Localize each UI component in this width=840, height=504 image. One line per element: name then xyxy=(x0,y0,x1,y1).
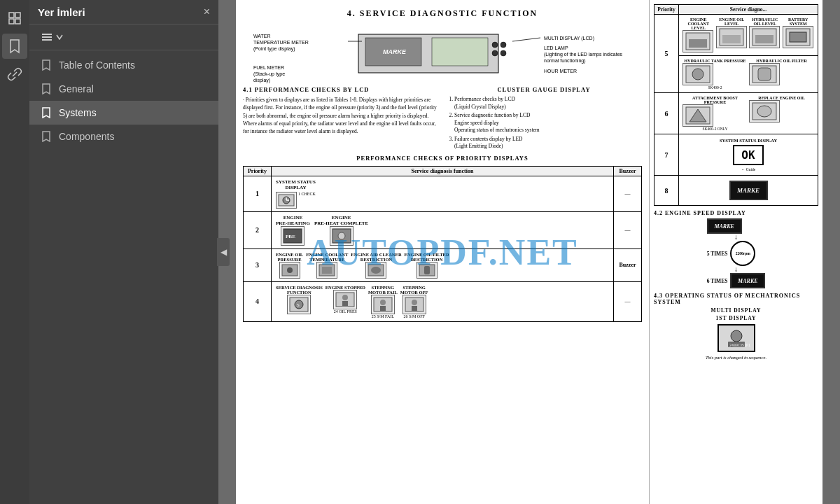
svg-rect-3 xyxy=(15,19,20,24)
bookmark-icon-systems xyxy=(41,106,52,119)
service-icons-cell: ATTACHMENT BOOST PRESSURE SK400-2 ONLY R… xyxy=(679,93,818,134)
priority-num: 1 xyxy=(244,176,272,211)
marke-bottom-icon: MARKE xyxy=(730,273,765,288)
buzzer-cell: — xyxy=(614,211,642,248)
ok-display: OK xyxy=(733,145,763,165)
multi-display-label: MULTI DISPLAY xyxy=(654,307,818,314)
priority-num: 5 xyxy=(654,15,679,93)
priority-num: 2 xyxy=(244,211,272,248)
arrow-down-2: ↓ xyxy=(707,266,766,273)
cluster-list: Performance checks by LCD(Liquid Crystal… xyxy=(446,96,642,150)
pdf-section-heading: 4. SERVICE DIAGNOSTIC FUNCTION xyxy=(236,8,649,19)
first-display-label: 1ST DISPLAY xyxy=(654,315,818,321)
sidebar-item-components[interactable]: Components xyxy=(29,125,218,148)
service-icons-cell: SYSTEM STATUS DISPLAY OK ← Guide xyxy=(679,134,818,176)
sequence-note: This part is changed in sequence. xyxy=(654,355,818,360)
svg-rect-2 xyxy=(9,19,14,24)
service-icons-cell: HYDRAULIC TANK PRESSURE SK400-2 HYDRAULI… xyxy=(679,56,818,93)
sidebar-label-systems: Systems xyxy=(59,107,97,118)
svg-rect-6 xyxy=(42,39,52,41)
sidebar-close-button[interactable]: × xyxy=(204,6,210,18)
hydraulic-tank-icon xyxy=(682,63,713,85)
bookmark-icon-components xyxy=(41,130,52,143)
toolbar-pages-icon[interactable] xyxy=(2,6,27,31)
sidebar-panel: Yer İmleri × Table of Contents xyxy=(29,0,218,504)
battery-icon xyxy=(783,26,813,48)
svg-text:FUEL METER: FUEL METER xyxy=(253,65,284,70)
oil-level-icon xyxy=(716,26,747,48)
first-display-container: 2480C351F1 xyxy=(654,324,818,352)
svg-rect-39 xyxy=(322,267,332,274)
sidebar-item-table-of-contents[interactable]: Table of Contents xyxy=(29,53,218,77)
svg-rect-67 xyxy=(758,68,771,80)
engine-oil-filter-icon xyxy=(416,262,438,279)
svg-text:(Lighting of the LED lamps ind: (Lighting of the LED lamps indicates xyxy=(544,52,623,57)
pdf-left-page: AUTOPDF.NET 4. SERVICE DIAGNOSTIC FUNCTI… xyxy=(236,0,649,504)
coolant-level-icon xyxy=(682,30,713,52)
svg-text:display): display) xyxy=(253,78,270,83)
left-column: 4.1 PERFORMANCE CHECKS BY LCD · Prioriti… xyxy=(243,86,439,152)
sidebar-toolbar-menu[interactable] xyxy=(36,29,67,46)
first-display-icon: 2480C351F1 xyxy=(718,324,755,352)
priority-num: 7 xyxy=(654,134,679,176)
svg-point-51 xyxy=(380,300,386,305)
svg-rect-10 xyxy=(432,38,488,66)
svg-text:LED LAMP: LED LAMP xyxy=(544,46,568,50)
svg-rect-57 xyxy=(689,39,707,48)
engine-air-cleaner-icon xyxy=(365,262,386,279)
bookmark-icon-toc xyxy=(41,59,52,71)
svg-point-71 xyxy=(757,106,771,117)
engine-stopped-icon xyxy=(333,290,357,309)
buzzer-cell: Buzzer xyxy=(614,248,642,281)
svg-rect-55 xyxy=(412,306,417,311)
service-diag-icon: S xyxy=(287,295,311,314)
section-42-title: 4.2 ENGINE SPEED DISPLAY xyxy=(654,210,818,216)
sidebar-label-general: General xyxy=(59,83,94,94)
table-row: 2 ENGINEPRE-HEATING PRE xyxy=(244,211,642,248)
priority-num: 4 xyxy=(244,281,272,321)
svg-text:TEMPERATURE METER: TEMPERATURE METER xyxy=(253,40,309,45)
priority-section-title: PERFORMANCE CHECKS OF PRIORITY DISPLAYS xyxy=(236,155,649,162)
bookmark-icon-general xyxy=(41,83,52,95)
service-icons-cell: ENGINE COOLANT LEVEL ENGINE OIL LEVEL xyxy=(679,15,818,56)
sidebar-toolbar xyxy=(29,24,218,50)
toolbar-bookmarks-icon[interactable] xyxy=(2,34,27,59)
service-cell: SYSTEM STATUSDISPLAY xyxy=(272,176,614,211)
sidebar-label-components: Components xyxy=(59,131,114,142)
sidebar-item-general[interactable]: General xyxy=(29,77,218,101)
buzzer-cell: — xyxy=(614,281,642,321)
table-row: HYDRAULIC TANK PRESSURE SK400-2 HYDRAULI… xyxy=(654,56,818,93)
sidebar-header: Yer İmleri × xyxy=(29,0,218,24)
toolbar-links-icon[interactable] xyxy=(2,62,27,87)
svg-rect-63 xyxy=(790,32,806,42)
stepping-motor-fail-icon xyxy=(371,295,395,314)
rpm-value: 2200rpm xyxy=(736,251,750,255)
col-priority: Priority xyxy=(244,166,272,176)
table-row: 4 SERVICE DIAGNOSISFUNCTION S xyxy=(244,281,642,321)
attachment-boost-icon xyxy=(682,104,713,127)
sidebar-collapse-arrow[interactable]: ◀ xyxy=(217,238,230,266)
svg-rect-5 xyxy=(42,36,52,38)
marke-top-icon: MARKE xyxy=(707,218,742,234)
svg-text:WATER: WATER xyxy=(253,34,271,38)
svg-text:(Stack-up type: (Stack-up type xyxy=(253,71,285,77)
right-col-service: Service diagno... xyxy=(679,5,818,15)
sidebar-item-systems[interactable]: Systems xyxy=(29,101,218,125)
replace-engine-oil-icon xyxy=(749,100,780,122)
svg-text:MULTI DISPLAY (LCD): MULTI DISPLAY (LCD) xyxy=(544,36,594,41)
service-cell: SERVICE DIAGNOSISFUNCTION S ENGINE STOPP… xyxy=(272,281,614,321)
service-cell: ENGINEPRE-HEATING PRE E xyxy=(272,211,614,248)
list-icon xyxy=(41,31,53,43)
sidebar-label-toc: Table of Contents xyxy=(59,59,135,71)
svg-rect-52 xyxy=(380,306,386,311)
left-toolbar xyxy=(0,0,29,504)
right-priority-table: Priority Service diagno... 5 ENGINE COOL… xyxy=(654,4,818,206)
engine-preheating-icon: PRE xyxy=(281,226,304,246)
svg-point-72 xyxy=(731,330,742,342)
times-5-label: 5 TIMES xyxy=(707,251,728,257)
marke-display-icon: MARKE xyxy=(729,181,768,200)
svg-line-19 xyxy=(512,38,540,41)
chevron-down-icon xyxy=(56,34,63,40)
svg-point-35 xyxy=(338,232,345,239)
svg-rect-1 xyxy=(15,13,20,18)
